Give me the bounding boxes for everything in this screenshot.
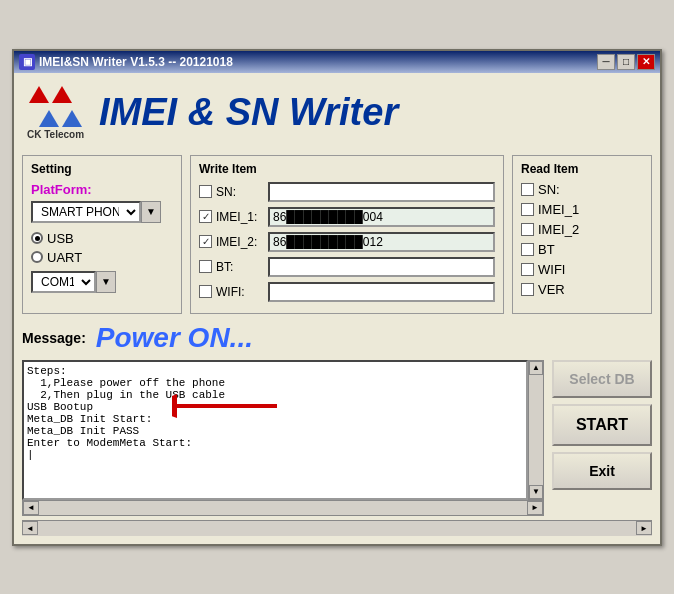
scroll-down-btn[interactable]: ▼ (529, 485, 543, 499)
message-label: Message: (22, 330, 86, 346)
sn-checkbox[interactable] (199, 185, 212, 198)
read-sn-label: SN: (538, 182, 560, 197)
vertical-scrollbar[interactable]: ▲ ▼ (528, 360, 544, 500)
usb-label: USB (47, 231, 74, 246)
steps-box: Steps: 1,Please power off the phone 2,Th… (22, 360, 528, 500)
steps-line-0: Steps: (27, 365, 523, 377)
exit-button[interactable]: Exit (552, 452, 652, 490)
bt-input[interactable] (268, 257, 495, 277)
panels-row: Setting PlatForm: SMART PHONE ▼ USB UART (22, 155, 652, 314)
arrow-indicator (172, 392, 282, 423)
steps-line-1: 1,Please power off the phone (27, 377, 523, 389)
bottom-area: Steps: 1,Please power off the phone 2,Th… (22, 360, 652, 516)
setting-panel: Setting PlatForm: SMART PHONE ▼ USB UART (22, 155, 182, 314)
read-bt-checkbox[interactable] (521, 243, 534, 256)
write-title: Write Item (199, 162, 495, 176)
win-scroll-track (38, 521, 636, 536)
read-imei2-checkbox[interactable] (521, 223, 534, 236)
read-wifi-row: WIFI (521, 262, 643, 277)
imei1-label: IMEI_1: (216, 210, 264, 224)
uart-label: UART (47, 250, 82, 265)
read-ver-row: VER (521, 282, 643, 297)
platform-dropdown-btn[interactable]: ▼ (141, 201, 161, 223)
imei1-checkbox[interactable]: ✓ (199, 210, 212, 223)
read-imei1-checkbox[interactable] (521, 203, 534, 216)
minimize-button[interactable]: ─ (597, 54, 615, 70)
wifi-checkbox[interactable] (199, 285, 212, 298)
imei2-checkbox[interactable]: ✓ (199, 235, 212, 248)
imei2-input[interactable] (268, 232, 495, 252)
read-title: Read Item (521, 162, 643, 176)
buttons-panel: Select DB START Exit (552, 360, 652, 516)
scroll-track-v (529, 375, 543, 485)
imei2-row: ✓ IMEI_2: (199, 232, 495, 252)
read-bt-row: BT (521, 242, 643, 257)
com-select[interactable]: COM1 (31, 271, 96, 293)
read-imei2-label: IMEI_2 (538, 222, 579, 237)
steps-cursor: | (27, 449, 523, 461)
window-scrollbar-h[interactable]: ◄ ► (22, 520, 652, 536)
wifi-input[interactable] (268, 282, 495, 302)
title-controls: ─ □ ✕ (597, 54, 655, 70)
bt-row: BT: (199, 257, 495, 277)
triangle-red-1 (29, 86, 49, 103)
window-title: IMEI&SN Writer V1.5.3 -- 20121018 (39, 55, 233, 69)
title-bar-left: ▣ IMEI&SN Writer V1.5.3 -- 20121018 (19, 54, 233, 70)
main-window: ▣ IMEI&SN Writer V1.5.3 -- 20121018 ─ □ … (12, 49, 662, 546)
logo-area: CK Telecom (27, 86, 84, 140)
win-scroll-left-btn[interactable]: ◄ (22, 521, 38, 535)
read-panel: Read Item SN: IMEI_1 IMEI_2 BT (512, 155, 652, 314)
scroll-track-h (39, 501, 527, 515)
content-area: CK Telecom IMEI & SN Writer Setting Plat… (14, 73, 660, 544)
steps-area: Steps: 1,Please power off the phone 2,Th… (22, 360, 544, 516)
select-db-button[interactable]: Select DB (552, 360, 652, 398)
message-row: Message: Power ON... (22, 322, 652, 354)
sn-label: SN: (216, 185, 264, 199)
setting-title: Setting (31, 162, 173, 176)
imei2-label: IMEI_2: (216, 235, 264, 249)
usb-radio-row: USB (31, 231, 173, 246)
scroll-left-btn[interactable]: ◄ (23, 501, 39, 515)
uart-radio-row: UART (31, 250, 173, 265)
read-wifi-label: WIFI (538, 262, 565, 277)
read-sn-checkbox[interactable] (521, 183, 534, 196)
wifi-label: WIFI: (216, 285, 264, 299)
win-scroll-right-btn[interactable]: ► (636, 521, 652, 535)
scroll-up-btn[interactable]: ▲ (529, 361, 543, 375)
uart-radio[interactable] (31, 251, 43, 263)
com-dropdown-btn[interactable]: ▼ (96, 271, 116, 293)
usb-radio[interactable] (31, 232, 43, 244)
wifi-row: WIFI: (199, 282, 495, 302)
window-icon: ▣ (19, 54, 35, 70)
start-button[interactable]: START (552, 404, 652, 446)
scroll-right-btn[interactable]: ► (527, 501, 543, 515)
logo-triangles (29, 86, 82, 127)
sn-input[interactable] (268, 182, 495, 202)
bt-label: BT: (216, 260, 264, 274)
sn-row: SN: (199, 182, 495, 202)
triangle-blue-1 (39, 110, 59, 127)
horizontal-scrollbar[interactable]: ◄ ► (22, 500, 544, 516)
platform-select[interactable]: SMART PHONE (31, 201, 141, 223)
write-panel: Write Item SN: ✓ IMEI_1: ✓ IMEI_2: (190, 155, 504, 314)
triangle-blue-2 (62, 110, 82, 127)
read-imei1-row: IMEI_1 (521, 202, 643, 217)
com-select-row: COM1 ▼ (31, 271, 173, 293)
close-button[interactable]: ✕ (637, 54, 655, 70)
read-ver-checkbox[interactable] (521, 283, 534, 296)
header-area: CK Telecom IMEI & SN Writer (22, 81, 652, 145)
maximize-button[interactable]: □ (617, 54, 635, 70)
read-wifi-checkbox[interactable] (521, 263, 534, 276)
main-title: IMEI & SN Writer (99, 91, 398, 134)
platform-select-row: SMART PHONE ▼ (31, 201, 173, 223)
platform-label: PlatForm: (31, 182, 173, 197)
power-on-text: Power ON... (96, 322, 253, 354)
read-imei1-label: IMEI_1 (538, 202, 579, 217)
imei1-row: ✓ IMEI_1: (199, 207, 495, 227)
steps-line-5: Meta_DB Init PASS (27, 425, 523, 437)
imei1-input[interactable] (268, 207, 495, 227)
title-bar: ▣ IMEI&SN Writer V1.5.3 -- 20121018 ─ □ … (14, 51, 660, 73)
bt-checkbox[interactable] (199, 260, 212, 273)
logo-company-text: CK Telecom (27, 129, 84, 140)
read-imei2-row: IMEI_2 (521, 222, 643, 237)
